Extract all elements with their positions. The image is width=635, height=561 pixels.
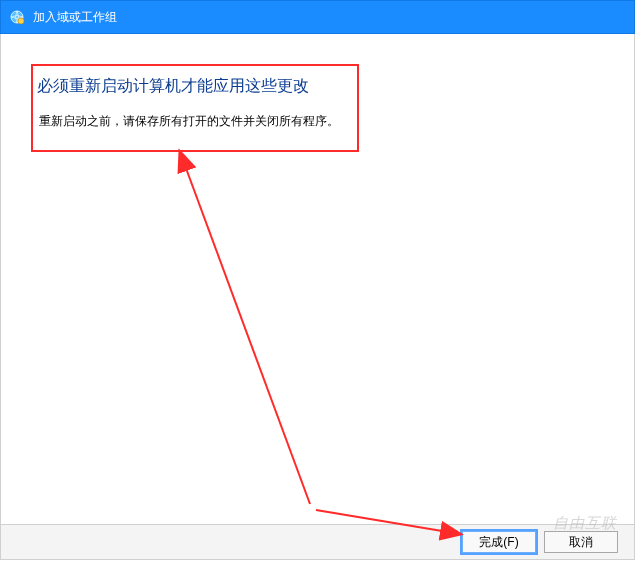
restart-heading: 必须重新启动计算机才能应用这些更改 — [37, 76, 343, 97]
message-highlight-box: 必须重新启动计算机才能应用这些更改 重新启动之前，请保存所有打开的文件并关闭所有… — [31, 64, 359, 152]
svg-point-1 — [18, 18, 24, 24]
network-globe-icon — [9, 9, 25, 25]
cancel-button[interactable]: 取消 — [544, 531, 618, 553]
finish-button[interactable]: 完成(F) — [462, 531, 536, 553]
restart-subtext: 重新启动之前，请保存所有打开的文件并关闭所有程序。 — [37, 113, 343, 130]
dialog-footer: 完成(F) 取消 — [0, 524, 635, 560]
window-title: 加入域或工作组 — [33, 9, 117, 26]
dialog-content: 必须重新启动计算机才能应用这些更改 重新启动之前，请保存所有打开的文件并关闭所有… — [0, 34, 635, 524]
titlebar: 加入域或工作组 — [0, 0, 635, 34]
